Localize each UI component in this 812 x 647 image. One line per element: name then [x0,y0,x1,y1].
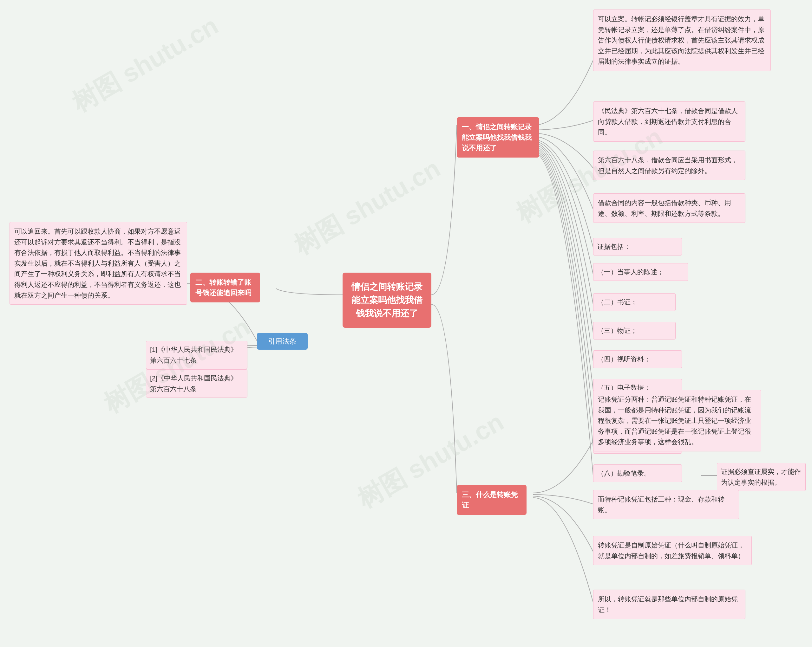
right-node-r5: 证据包括： [593,238,682,256]
law1-node: [1]《中华人民共和国民法典》第六百六十七条 [146,341,247,369]
right-node-r6: （一）当事人的陈述； [593,263,688,281]
lawref-node: 引用法条 [257,333,308,350]
b3-node-4: 所以，转账凭证就是那些单位内部自制的原始凭证！ [593,590,745,619]
branch2-text: 可以追回来。首先可以跟收款人协商，如果对方不愿意返还可以起诉对方要求其返还不当得… [9,222,187,304]
right-node-r7: （二）书证； [593,293,676,311]
b3-node-1: 记账凭证分两种：普通记账凭证和特种记账凭证，在我国，一般都是用特种记账凭证，因为… [593,390,761,451]
right-node-r1: 可以立案。转帐记必须经银行盖章才具有证据的效力，单凭转帐记录立案，还是单薄了点。… [593,9,771,71]
right-node-r13note: 证据必须查证属实，才能作为认定事实的根据。 [717,463,806,491]
branch2-node: 二、转账转错了账号钱还能追回来吗 [190,273,260,302]
right-node-r13: （八）勘验笔录。 [593,464,682,482]
right-node-r3: 第六百六十八条，借款合同应当采用书面形式，但是自然人之间借款另有约定的除外。 [593,151,745,180]
b3-node-2: 而特种记账凭证包括三种：现金、存款和转账。 [593,490,739,519]
right-node-r2: 《民法典》第六百六十七条，借款合同是借款人向贷款人借款，到期返还借款并支付利息的… [593,102,745,142]
right-node-r4: 借款合同的内容一般包括借款种类、币种、用途、数额、利率、期限和还款方式等条款。 [593,193,745,223]
branch3-node: 三、什么是转账凭证 [457,485,527,515]
center-node: 情侣之间转账记录能立案吗他找我借钱我说不用还了 [343,273,431,328]
law2-node: [2]《中华人民共和国民法典》第六百六十八条 [146,369,247,397]
watermark-1: 树图 shutu.cn [66,9,224,120]
watermark-2: 树图 shutu.cn [288,152,447,263]
right-node-r9: （四）视听资料； [593,350,682,368]
right-node-r8: （三）物证； [593,322,676,339]
branch1-node: 一、情侣之间转账记录能立案吗他找我借钱我说不用还了 [457,117,539,158]
b3-node-3: 转账凭证是自制原始凭证（什么叫自制原始凭证，就是单位内部自制的，如差旅费报销单、… [593,536,752,565]
